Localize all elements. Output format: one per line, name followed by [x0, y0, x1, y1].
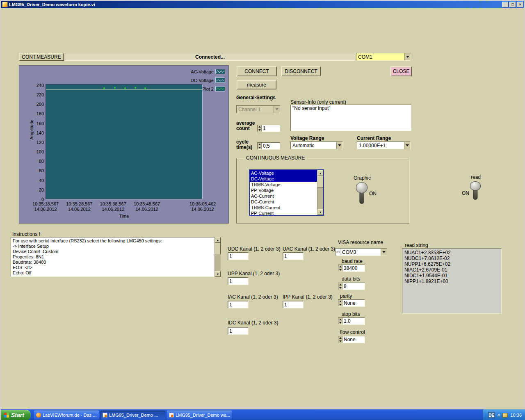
- uac-kanal-input[interactable]: 1: [283, 252, 304, 260]
- y-tick: 160: [37, 121, 44, 126]
- minimize-button[interactable]: _: [502, 2, 509, 7]
- plot-series: [46, 84, 202, 199]
- restore-button[interactable]: □: [509, 2, 516, 7]
- channel-dropdown[interactable]: Channel 1: [236, 105, 280, 113]
- tray-app-icon[interactable]: [502, 413, 508, 418]
- legend-item[interactable]: AC-Voltage: [172, 67, 225, 76]
- y-tick: 40: [39, 178, 44, 183]
- idc-kanal-label: IDC Kanal (1, 2 oder 3): [228, 320, 278, 326]
- spinner-arrows-icon[interactable]: [338, 265, 342, 272]
- cont-measure-button[interactable]: CONT.MEASURE: [19, 53, 64, 61]
- iac-kanal-input[interactable]: 1: [228, 301, 249, 308]
- scroll-up-icon[interactable]: ▲: [317, 170, 323, 176]
- uac-kanal-label: UAC Kanal (1, 2 oder 3): [283, 246, 335, 252]
- list-item[interactable]: PP-Voltage: [250, 187, 317, 193]
- list-item[interactable]: TRMS-Current: [250, 205, 317, 210]
- list-item[interactable]: DC-Voltage: [250, 176, 317, 182]
- voltage-range-dropdown[interactable]: Automatic: [290, 142, 343, 149]
- spinner-arrows-icon[interactable]: [258, 125, 262, 132]
- x-tick: 10:35:28,567 14.06.2012: [66, 201, 92, 212]
- idc-kanal-input[interactable]: 1: [228, 327, 249, 335]
- data-bits-input[interactable]: 8: [338, 283, 365, 290]
- scroll-up-icon[interactable]: ▲: [215, 237, 221, 243]
- taskbar-item-vi-active[interactable]: LMG95_Driver_Demo ...: [100, 411, 165, 420]
- disconnect-button[interactable]: DISCONNECT: [281, 66, 321, 76]
- y-tick: 180: [37, 111, 44, 116]
- taskbar-item-vi[interactable]: LMG95_Driver_Demo wa...: [167, 411, 232, 420]
- ipp-kanal-input[interactable]: 1: [283, 301, 304, 308]
- channel-value: Channel 1: [237, 106, 274, 113]
- udc-kanal-input[interactable]: 1: [228, 252, 249, 260]
- spinner-arrows-icon[interactable]: [258, 143, 262, 149]
- x-tick-time: 10:35:28,567: [66, 201, 92, 206]
- baud-rate-input[interactable]: 38400: [338, 265, 365, 272]
- spinner-arrows-icon[interactable]: [338, 336, 342, 343]
- ipp-kanal-label: IPP Kanal (1, 2 oder 3): [283, 294, 333, 300]
- scrollbar-thumb[interactable]: [215, 243, 221, 254]
- chevron-down-icon[interactable]: [404, 142, 410, 149]
- listbox-scrollbar[interactable]: ▲ ▼: [317, 170, 323, 215]
- graphic-switch-label: Graphic: [354, 175, 371, 181]
- switch-knob-icon[interactable]: [470, 181, 481, 191]
- sensor-info-label: Sensor-Info (only current): [290, 99, 346, 105]
- plot-area: [46, 84, 203, 199]
- average-count-label: average count: [236, 121, 255, 131]
- connect-button[interactable]: CONNECT: [237, 66, 277, 76]
- chevron-down-icon[interactable]: [274, 106, 280, 113]
- read-switch[interactable]: [470, 180, 481, 201]
- scrollbar-track[interactable]: [215, 243, 221, 271]
- start-button[interactable]: Start: [1, 410, 31, 420]
- scroll-down-icon[interactable]: ▼: [317, 209, 323, 215]
- visa-resource-value: COM3: [340, 249, 381, 256]
- scroll-down-icon[interactable]: ▼: [215, 271, 221, 277]
- x-tick: 10:35:48,567 14.06.2012: [134, 201, 160, 212]
- measure-listbox[interactable]: AC-Voltage DC-Voltage TRMS-Voltage PP-Vo…: [249, 169, 324, 216]
- parity-input[interactable]: None: [338, 299, 365, 307]
- front-panel: CONT.MEASURE Connected... COM1 AC-Voltag…: [1, 8, 524, 409]
- switch-knob-icon[interactable]: [356, 182, 368, 193]
- close-button[interactable]: CLOSE: [390, 66, 412, 76]
- spinner-arrows-icon[interactable]: [338, 318, 342, 324]
- language-indicator[interactable]: DE: [488, 412, 495, 418]
- scrollbar-track[interactable]: [317, 176, 323, 209]
- iac-kanal-label: IAC Kanal (1, 2 oder 3): [228, 294, 278, 300]
- taskbar-item-browser[interactable]: LabVIEWforum.de - Das ...: [34, 411, 99, 420]
- upp-kanal-label: UPP Kanal (1, 2 oder 3): [228, 271, 280, 276]
- voltage-range-value: Automatic: [291, 142, 336, 149]
- y-tick: 200: [37, 102, 44, 107]
- cycle-time-input[interactable]: 0,5: [257, 142, 280, 150]
- flow-control-input[interactable]: None: [338, 336, 365, 343]
- current-range-dropdown[interactable]: 1.00000E+1: [357, 142, 411, 149]
- y-tick: 100: [37, 149, 44, 154]
- y-tick: 20: [39, 187, 44, 192]
- close-window-button[interactable]: ×: [517, 2, 523, 7]
- stop-bits-input[interactable]: 1.0: [338, 317, 365, 325]
- visa-resource-dropdown[interactable]: I/O COM3: [335, 248, 387, 256]
- list-item[interactable]: AC-Current: [250, 193, 317, 199]
- list-item[interactable]: DC-Current: [250, 199, 317, 205]
- x-tick: 10:35:18,567 14.06.2012: [32, 201, 59, 212]
- graphic-switch[interactable]: [356, 181, 368, 205]
- spinner-arrows-icon[interactable]: [338, 300, 342, 306]
- x-tick: 10:36:05,462 14.06.2012: [189, 201, 216, 212]
- average-count-input[interactable]: 1: [257, 125, 280, 132]
- x-axis-label: Time: [46, 214, 203, 219]
- visa-resource-label: VISA resource name: [338, 240, 383, 245]
- scrollbar-thumb[interactable]: [317, 176, 323, 187]
- tray-expand-icon[interactable]: «: [498, 412, 500, 418]
- x-tick-date: 14.06.2012: [102, 207, 124, 212]
- spinner-arrows-icon[interactable]: [338, 283, 342, 290]
- chevron-down-icon[interactable]: [381, 249, 387, 256]
- instructions-scrollbar[interactable]: ▲ ▼: [215, 237, 221, 277]
- chevron-down-icon[interactable]: [404, 53, 411, 60]
- list-item[interactable]: AC-Voltage: [250, 170, 317, 176]
- upp-kanal-input[interactable]: 1: [228, 277, 249, 285]
- x-tick-date: 14.06.2012: [68, 207, 91, 212]
- y-tick: 60: [39, 168, 44, 173]
- measure-button[interactable]: measure: [237, 80, 276, 89]
- chevron-down-icon[interactable]: [336, 142, 342, 149]
- com-port-dropdown[interactable]: COM1: [356, 53, 411, 61]
- list-item[interactable]: TRMS-Voltage: [250, 182, 317, 187]
- list-item[interactable]: PP-Current: [250, 210, 317, 215]
- legend-item[interactable]: DC-Voltage: [172, 76, 225, 84]
